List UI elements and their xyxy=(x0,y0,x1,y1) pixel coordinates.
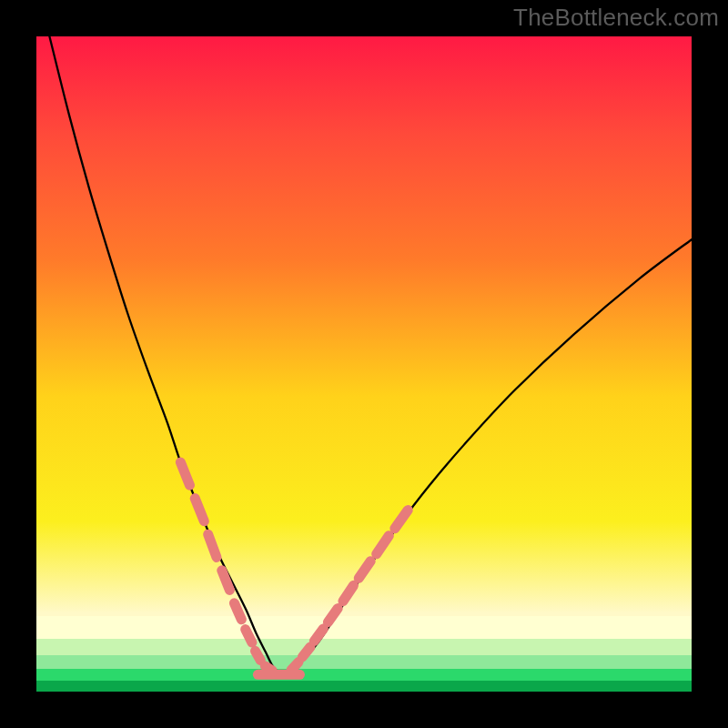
dash-segment xyxy=(234,603,241,620)
dash-segment xyxy=(395,511,408,529)
dash-segment xyxy=(208,534,217,557)
watermark-text: TheBottleneck.com xyxy=(513,4,719,32)
bottleneck-curve xyxy=(49,36,692,672)
dash-segment xyxy=(195,499,204,521)
dash-segment xyxy=(314,629,323,642)
dash-segments-right xyxy=(291,511,408,671)
dash-segment xyxy=(180,462,189,485)
chart-frame: TheBottleneck.com xyxy=(0,0,728,728)
dash-segment xyxy=(328,609,338,622)
dash-segment xyxy=(246,630,252,642)
dash-segment xyxy=(343,585,354,601)
dash-segment xyxy=(359,561,370,579)
dash-segment xyxy=(255,651,260,660)
dash-segment xyxy=(291,662,298,671)
curve-layer xyxy=(36,36,692,692)
dash-segment xyxy=(302,647,310,657)
dash-segment xyxy=(377,536,389,554)
plot-area xyxy=(36,36,692,692)
